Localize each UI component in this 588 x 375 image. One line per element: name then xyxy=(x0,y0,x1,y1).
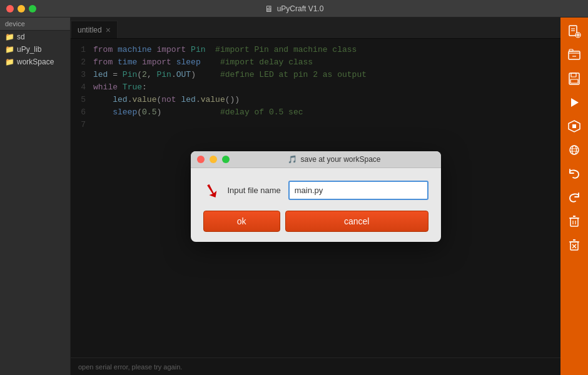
delete-button[interactable] xyxy=(563,234,585,256)
svg-rect-14 xyxy=(572,124,576,128)
close-button[interactable] xyxy=(6,5,14,12)
dialog-titlebar: 🎵 save at your workSpace xyxy=(191,151,441,168)
minimize-button[interactable] xyxy=(18,5,25,12)
dialog-body: ➘ Input file name ok cancel xyxy=(191,168,441,242)
svg-rect-11 xyxy=(570,79,578,83)
folder-icon-3: 📁 xyxy=(5,58,14,66)
svg-point-18 xyxy=(572,146,577,154)
editor-area: untitled × 1 from machine import Pin #im… xyxy=(71,18,560,375)
dialog-maximize-btn[interactable] xyxy=(222,156,230,163)
undo-button[interactable] xyxy=(563,162,585,185)
app-title: 🖥 uPyCraft V1.0 xyxy=(265,4,324,14)
redo-button[interactable] xyxy=(563,186,585,209)
sidebar-item-sd-label: sd xyxy=(17,32,25,41)
cancel-button[interactable]: cancel xyxy=(285,211,428,232)
svg-marker-12 xyxy=(571,98,579,107)
dialog-title-text: save at your workSpace xyxy=(300,155,380,164)
main-layout: device 📁 sd 📁 uPy_lib 📁 workSpace untitl… xyxy=(0,18,588,375)
svg-rect-7 xyxy=(569,49,573,51)
svg-rect-19 xyxy=(570,218,578,226)
file-name-input[interactable] xyxy=(288,181,428,200)
sidebar: device 📁 sd 📁 uPy_lib 📁 workSpace xyxy=(0,18,71,375)
clear-button[interactable] xyxy=(563,210,585,232)
dialog-title-icon: 🎵 xyxy=(288,155,297,164)
sidebar-item-upylib[interactable]: 📁 uPy_lib xyxy=(0,43,70,56)
sidebar-header: device xyxy=(0,18,70,31)
stop-button[interactable] xyxy=(563,115,585,138)
sidebar-item-sd[interactable]: 📁 sd xyxy=(0,31,70,43)
connect-button[interactable] xyxy=(563,139,585,161)
folder-icon: 📁 xyxy=(5,32,14,41)
modal-overlay: 🎵 save at your workSpace ➘ Input file na… xyxy=(71,18,560,375)
window-controls[interactable] xyxy=(6,5,36,12)
input-file-name-label: Input file name xyxy=(228,186,281,195)
dialog-minimize-btn[interactable] xyxy=(210,156,217,163)
save-file-button[interactable] xyxy=(563,68,585,90)
ok-button[interactable]: ok xyxy=(203,211,280,232)
dialog-close-btn[interactable] xyxy=(197,156,205,163)
right-toolbar xyxy=(560,18,588,375)
save-dialog: 🎵 save at your workSpace ➘ Input file na… xyxy=(191,151,441,242)
app-title-text: uPyCraft V1.0 xyxy=(277,4,324,13)
folder-icon-2: 📁 xyxy=(5,45,14,54)
sidebar-item-upylib-label: uPy_lib xyxy=(17,45,41,54)
monitor-icon: 🖥 xyxy=(265,4,273,14)
title-bar: 🖥 uPyCraft V1.0 xyxy=(0,0,588,18)
dialog-title: 🎵 save at your workSpace xyxy=(235,155,435,164)
dialog-buttons: ok cancel xyxy=(203,211,428,232)
svg-rect-6 xyxy=(569,51,580,59)
new-file-button[interactable] xyxy=(563,20,585,42)
maximize-button[interactable] xyxy=(29,5,36,12)
dialog-input-row: ➘ Input file name xyxy=(203,181,428,201)
open-file-button[interactable] xyxy=(563,44,585,66)
sidebar-item-workspace-label: workSpace xyxy=(17,58,54,66)
run-button[interactable] xyxy=(563,91,585,114)
arrow-indicator: ➘ xyxy=(201,179,222,202)
svg-rect-10 xyxy=(571,73,576,77)
svg-point-15 xyxy=(570,146,579,154)
sidebar-item-workspace[interactable]: 📁 workSpace xyxy=(0,56,70,68)
